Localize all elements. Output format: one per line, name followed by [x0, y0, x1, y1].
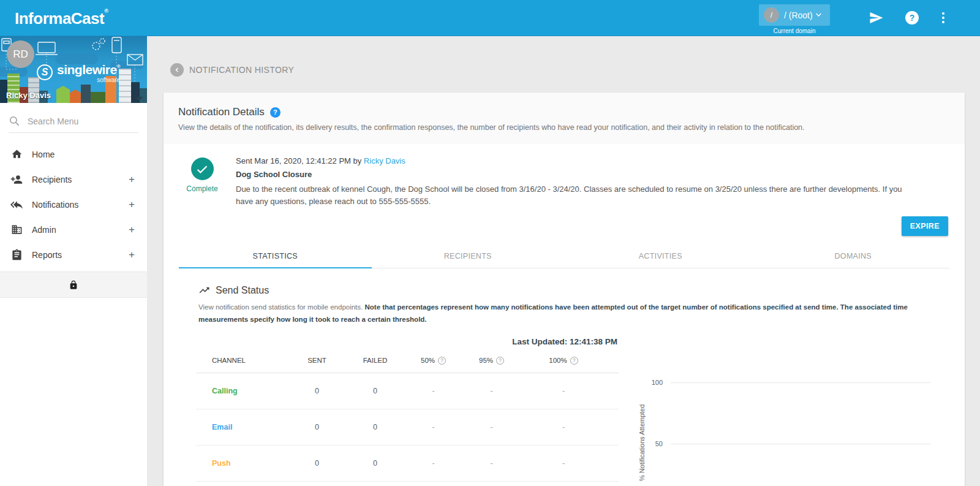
column-help-icon[interactable]: ? — [570, 357, 578, 365]
cell-100: - — [521, 459, 606, 468]
home-icon — [10, 148, 23, 161]
send-notification-icon[interactable] — [868, 10, 884, 28]
gridline-100 — [671, 382, 931, 383]
expand-icon[interactable]: + — [129, 199, 135, 211]
channel-link-calling[interactable]: Calling — [196, 387, 288, 395]
channel-link-push[interactable]: Push — [196, 459, 288, 468]
cell-95: - — [462, 423, 521, 431]
title-help-icon[interactable]: ? — [270, 107, 281, 118]
domain-label: / (Root) — [784, 10, 813, 20]
trending-up-icon — [198, 284, 210, 296]
page-header: NOTIFICATION HISTORY — [170, 63, 980, 77]
status-badge: Complete — [182, 184, 222, 193]
send-status-section: Send Status View notification send stati… — [164, 268, 965, 325]
gridline-50 — [671, 444, 931, 444]
table-row: Push 0 0 - - - — [196, 446, 619, 482]
sidebar-item-label: Home — [32, 150, 135, 159]
channel-link-email[interactable]: Email — [196, 423, 288, 431]
cell-failed: 0 — [346, 459, 404, 468]
user-banner[interactable]: S singlewire® software RD Ricky Davis — [0, 36, 147, 103]
expire-button[interactable]: EXPIRE — [902, 216, 948, 236]
column-header: 100%? — [521, 357, 606, 365]
page-title: Notification Details — [178, 106, 265, 118]
notification-summary: Complete Sent Mar 16, 2020, 12:41:22 PM … — [164, 144, 965, 208]
notification-details-card: Notification Details ? View the details … — [164, 93, 965, 486]
expand-icon[interactable]: + — [129, 173, 135, 186]
app-logo[interactable]: InformaCast® — [15, 8, 108, 28]
chart-y-axis-label: % Notifications Attempted — [638, 382, 646, 486]
sidebar-item-reports[interactable]: Reports + — [0, 242, 147, 267]
column-header: FAILED — [346, 357, 404, 364]
tab-recipients[interactable]: RECIPIENTS — [372, 246, 565, 268]
tab-statistics[interactable]: STATISTICS — [179, 246, 372, 268]
last-updated: Last Updated: 12:41:38 PM — [196, 337, 619, 346]
tab-activities[interactable]: ACTIVITIES — [564, 246, 757, 268]
sidebar-item-recipients[interactable]: Recipients + — [0, 167, 147, 192]
user-menu-caret-icon[interactable] — [135, 97, 143, 101]
column-header: 50%? — [404, 357, 462, 365]
person-add-icon — [10, 173, 23, 186]
topbar: InformaCast® / / (Root) Current domain ? — [0, 0, 980, 36]
expand-icon[interactable]: + — [129, 249, 135, 261]
domain-caption: Current domain — [774, 28, 816, 34]
cell-95: - — [462, 459, 521, 468]
section-description: View notification send statistics for mo… — [198, 301, 913, 325]
chevron-down-icon — [816, 11, 821, 17]
back-button[interactable] — [170, 63, 184, 77]
reports-clipboard-icon — [10, 249, 23, 261]
cell-sent: 0 — [288, 459, 346, 468]
table-row: Calling 0 0 - - - — [196, 373, 619, 409]
reply-all-icon — [10, 199, 23, 211]
expand-icon[interactable]: + — [129, 224, 135, 236]
status-block: Complete — [182, 158, 222, 208]
attempts-chart: % Notifications Attempted 100 50 0 — [643, 337, 931, 486]
sidebar-nav: Home Recipients + Notifications + Admin … — [0, 142, 147, 267]
sender-link[interactable]: Ricky Davis — [364, 156, 405, 165]
send-status-table: Last Updated: 12:41:38 PM CHANNEL SENT F… — [196, 337, 619, 486]
cell-50: - — [404, 423, 462, 431]
sidebar-item-label: Recipients — [32, 175, 129, 184]
domain-selector[interactable]: / / (Root) — [759, 4, 830, 26]
table-row: Email 0 0 - - - — [196, 409, 619, 446]
menu-search — [9, 115, 138, 133]
card-header: Notification Details ? View the details … — [164, 93, 965, 144]
domain-avatar: / — [764, 7, 779, 23]
tab-domains[interactable]: DOMAINS — [757, 246, 950, 268]
cell-50: - — [404, 459, 462, 468]
cell-50: - — [404, 387, 462, 395]
sidebar-item-notifications[interactable]: Notifications + — [0, 192, 147, 217]
domain-widget: / / (Root) Current domain — [759, 0, 830, 34]
avatar[interactable]: RD — [7, 40, 34, 68]
help-icon[interactable]: ? — [905, 11, 919, 25]
section-title: Send Status — [216, 285, 269, 296]
sidebar-item-home[interactable]: Home — [0, 142, 147, 167]
trademark-mark: ® — [104, 8, 108, 14]
complete-check-icon — [191, 158, 214, 180]
breadcrumb: NOTIFICATION HISTORY — [189, 65, 294, 75]
user-name: Ricky Davis — [6, 91, 51, 100]
overflow-menu-icon[interactable] — [941, 11, 946, 25]
sidebar: S singlewire® software RD Ricky Davis Ho… — [0, 36, 147, 486]
notification-title: Dog School Closure — [236, 170, 913, 179]
expire-row: EXPIRE — [164, 208, 965, 236]
sidebar-item-admin[interactable]: Admin + — [0, 217, 147, 242]
column-help-icon[interactable]: ? — [438, 357, 446, 365]
sent-line: Sent Mar 16, 2020, 12:41:22 PM by Ricky … — [236, 156, 913, 165]
column-header: CHANNEL — [196, 357, 288, 364]
main-content: NOTIFICATION HISTORY Notification Detail… — [147, 36, 980, 486]
sidebar-item-label: Notifications — [32, 200, 129, 210]
cell-failed: 0 — [346, 387, 404, 395]
sidebar-item-label: Reports — [32, 250, 129, 260]
search-input[interactable] — [28, 116, 132, 126]
column-header: 95%? — [462, 357, 521, 365]
cell-100: - — [521, 423, 606, 431]
detail-tabs: STATISTICS RECIPIENTS ACTIVITIES DOMAINS — [179, 246, 949, 268]
topbar-actions: / / (Root) Current domain ? — [759, 0, 980, 36]
statistics-body: Last Updated: 12:41:38 PM CHANNEL SENT F… — [164, 326, 965, 486]
cell-failed: 0 — [346, 423, 404, 431]
singlewire-monogram: S — [37, 64, 53, 80]
lock-menu-button[interactable] — [0, 271, 147, 298]
column-help-icon[interactable]: ? — [496, 357, 504, 365]
page-subtitle: View the details of the notification, it… — [178, 123, 950, 132]
y-tick: 100 — [643, 379, 663, 386]
